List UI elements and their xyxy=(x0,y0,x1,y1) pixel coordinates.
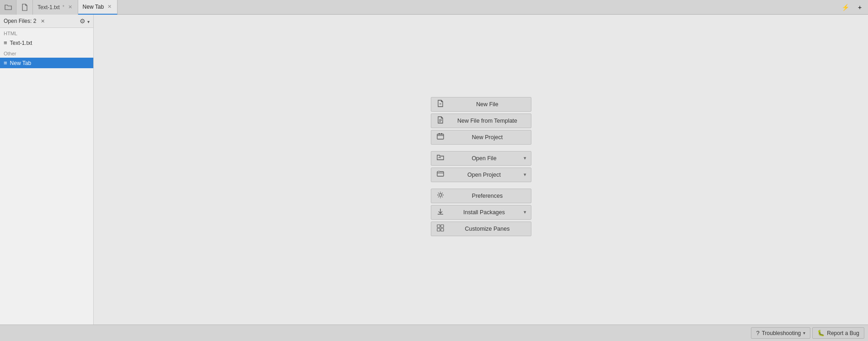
tab-newtab[interactable]: New Tab ✕ xyxy=(78,0,118,15)
install-packages-icon xyxy=(436,208,445,217)
svg-rect-15 xyxy=(441,228,444,231)
tab-newtab-label: New Tab xyxy=(83,4,104,10)
tab-newtab-close[interactable]: ✕ xyxy=(107,3,113,10)
open-file-arrow: ▾ xyxy=(524,155,526,161)
new-project-icon xyxy=(436,133,445,141)
install-packages-arrow: ▾ xyxy=(524,209,526,215)
troubleshooting-arrow: ▾ xyxy=(803,330,805,336)
sidebar-newtab-icon: ≡ xyxy=(4,60,7,66)
tab-text1[interactable]: Text-1.txt * ✕ xyxy=(33,0,78,15)
install-packages-label: Install Packages xyxy=(449,209,520,216)
tab-add-btn[interactable]: + xyxy=(853,1,866,14)
sidebar-close-btn[interactable]: ✕ xyxy=(39,18,47,25)
sidebar-item-newtab[interactable]: ≡ New Tab xyxy=(0,58,93,68)
troubleshooting-label: Troubleshooting xyxy=(762,330,801,336)
action-group-settings: Preferences Install Packages ▾ xyxy=(431,189,531,236)
svg-point-10 xyxy=(439,194,442,196)
new-file-icon xyxy=(436,100,445,108)
new-file-template-label: New File from Template xyxy=(449,118,526,124)
open-project-btn[interactable]: Open Project ▾ xyxy=(431,168,531,182)
tab-text1-modified: * xyxy=(63,5,64,10)
sidebar-section-other: Other xyxy=(0,48,93,58)
sidebar-text1-icon: ≡ xyxy=(4,39,7,46)
preferences-btn[interactable]: Preferences xyxy=(431,189,531,203)
action-group-new: New File New File from Template xyxy=(431,97,531,145)
bottom-bar: ? Troubleshooting ▾ 🐛 Report a Bug xyxy=(0,325,868,341)
customize-panes-icon xyxy=(436,224,445,233)
sidebar-gear-btn[interactable]: ⚙ ▾ xyxy=(80,17,90,25)
open-file-btn[interactable]: Open File ▾ xyxy=(431,151,531,166)
svg-rect-5 xyxy=(439,133,440,135)
customize-panes-btn[interactable]: Customize Panes xyxy=(431,222,531,236)
preferences-label: Preferences xyxy=(449,193,526,199)
open-project-label: Open Project xyxy=(449,172,520,178)
new-file-template-btn[interactable]: New File from Template xyxy=(431,114,531,128)
install-packages-btn[interactable]: Install Packages ▾ xyxy=(431,205,531,220)
customize-panes-label: Customize Panes xyxy=(449,226,526,232)
tab-bar: Text-1.txt * ✕ New Tab ✕ ⚡ + xyxy=(0,0,868,15)
report-bug-btn[interactable]: 🐛 Report a Bug xyxy=(812,327,864,339)
svg-rect-9 xyxy=(438,171,439,173)
sidebar: Open Files: 2 ✕ ⚙ ▾ HTML ≡ Text-1.txt Ot… xyxy=(0,15,94,325)
open-files-label: Open Files: 2 xyxy=(4,18,36,24)
svg-rect-12 xyxy=(437,225,440,227)
tab-extra-icon[interactable]: ⚡ xyxy=(839,1,852,14)
svg-rect-14 xyxy=(437,228,440,231)
file-icon-btn[interactable] xyxy=(16,0,33,15)
center-panel: New File New File from Template xyxy=(431,97,531,243)
sidebar-text1-label: Text-1.txt xyxy=(10,40,32,46)
preferences-icon xyxy=(436,191,445,200)
sidebar-newtab-label: New Tab xyxy=(10,60,31,66)
report-bug-icon: 🐛 xyxy=(817,330,825,336)
new-project-btn[interactable]: New Project xyxy=(431,130,531,145)
troubleshooting-btn[interactable]: ? Troubleshooting ▾ xyxy=(751,327,810,339)
svg-rect-13 xyxy=(441,225,444,227)
sidebar-item-text1[interactable]: ≡ Text-1.txt xyxy=(0,38,93,48)
svg-rect-4 xyxy=(437,134,444,139)
tab-text1-close[interactable]: ✕ xyxy=(67,4,73,11)
troubleshooting-icon: ? xyxy=(756,330,759,336)
action-group-open: Open File ▾ Open Project ▾ xyxy=(431,151,531,182)
sidebar-header: Open Files: 2 ✕ ⚙ ▾ xyxy=(0,15,93,28)
open-file-label: Open File xyxy=(449,155,520,162)
open-file-icon xyxy=(436,154,445,162)
open-project-arrow: ▾ xyxy=(524,172,526,178)
report-bug-label: Report a Bug xyxy=(827,330,859,336)
sidebar-section-html: HTML xyxy=(0,28,93,38)
svg-rect-6 xyxy=(441,133,442,135)
folder-icon-btn[interactable] xyxy=(0,0,16,15)
new-file-btn[interactable]: New File xyxy=(431,97,531,112)
new-project-label: New Project xyxy=(449,134,526,141)
open-project-icon xyxy=(436,171,445,179)
new-file-template-icon xyxy=(436,116,445,125)
svg-rect-7 xyxy=(437,172,444,176)
main-area: Open Files: 2 ✕ ⚙ ▾ HTML ≡ Text-1.txt Ot… xyxy=(0,15,868,325)
content-area: New File New File from Template xyxy=(94,15,868,325)
tab-text1-label: Text-1.txt xyxy=(38,4,60,11)
new-file-label: New File xyxy=(449,101,526,108)
